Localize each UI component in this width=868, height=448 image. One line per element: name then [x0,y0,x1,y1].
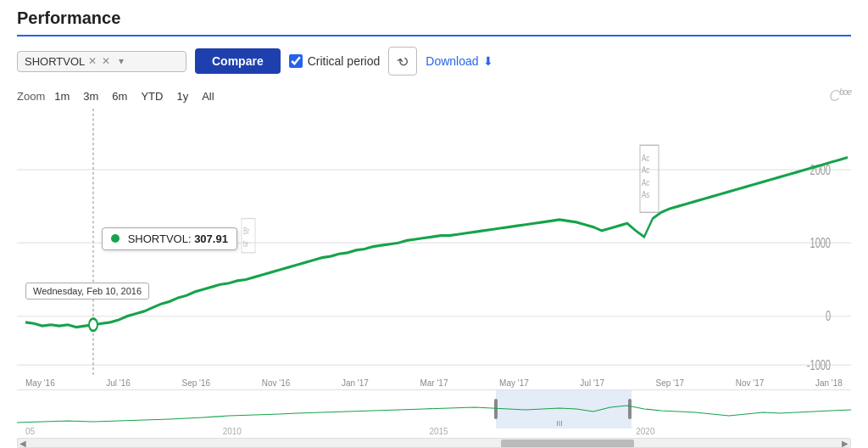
download-button[interactable]: Download ⬇ [426,54,492,68]
section-header: Performance [17,8,851,36]
zoom-3m[interactable]: 3m [79,88,103,104]
mini-x-labels: 05 2010 2015 2020 [17,427,851,436]
main-chart-area: 2000 1000 0 -1000 Ac Ac Ac As Br br SHOR… [17,109,851,389]
x-label-sep17: Sep '17 [656,378,685,388]
zoom-controls: Zoom 1m 3m 6m YTD 1y All Cboe [17,87,851,105]
svg-text:Ac: Ac [642,176,649,188]
zoom-ytd[interactable]: YTD [136,88,167,104]
mini-chart-svg: III [17,390,851,428]
download-icon: ⬇ [483,54,493,68]
critical-period-label[interactable]: Critical period [289,54,381,68]
tooltip-symbol: SHORTVOL: [128,232,195,245]
svg-text:Br: Br [243,227,249,237]
chart-tooltip: SHORTVOL: 307.91 [102,227,237,250]
mini-label-2010: 2010 [223,427,242,436]
svg-text:-1000: -1000 [807,358,831,372]
x-axis-labels: May '16 Jul '16 Sep '16 Nov '16 Jan '17 … [17,378,851,388]
svg-text:Ac: Ac [642,165,649,176]
x-label-nov17: Nov '17 [736,378,765,388]
zoom-label: Zoom [17,90,45,103]
x-label-may16: May '16 [25,378,55,388]
zoom-1m[interactable]: 1m [50,88,74,104]
svg-text:As: As [642,189,649,200]
svg-point-17 [89,319,97,331]
date-label: Wednesday, Feb 10, 2016 [25,283,149,300]
zoom-6m[interactable]: 6m [108,88,131,104]
symbol-tag-label: SHORTVOL [25,55,85,68]
x-label-jan17: Jan '17 [342,378,369,388]
chevron-down-icon[interactable]: ▾ [119,55,124,67]
symbol-tag-close[interactable]: ✕ [88,55,97,67]
svg-text:br: br [243,238,248,249]
x-label-may17: May '17 [499,378,529,388]
download-label: Download [426,54,478,68]
symbol-input[interactable]: SHORTVOL ✕ ✕ ▾ [17,51,186,72]
x-label-jul17: Jul '17 [580,378,604,388]
scrollbar[interactable]: ◀ ▶ [17,438,851,448]
mini-label-2015: 2015 [429,427,448,436]
svg-text:Ac: Ac [642,152,649,163]
svg-text:1000: 1000 [810,236,832,250]
zoom-all[interactable]: All [198,88,218,104]
scroll-right-icon[interactable]: ▶ [842,439,849,448]
mini-chart-area: III 05 2010 2015 2020 [17,389,851,436]
critical-period-checkbox[interactable] [289,54,303,68]
svg-text:0: 0 [826,309,831,323]
svg-rect-19 [494,399,498,419]
mini-label-2020: 2020 [636,427,654,436]
symbol-tag: SHORTVOL ✕ [25,55,97,68]
tooltip-dot [111,234,120,243]
mini-label-05: 05 [25,427,35,436]
scroll-left-icon[interactable]: ◀ [19,439,26,448]
scrollbar-thumb[interactable] [501,440,634,448]
input-clear-icon[interactable]: ✕ [102,55,110,67]
svg-rect-20 [628,399,632,419]
tooltip-value: 307.91 [194,232,228,245]
x-label-nov16: Nov '16 [262,378,291,388]
toolbar: SHORTVOL ✕ ✕ ▾ Compare Critical period ↻… [17,47,851,76]
zoom-1y[interactable]: 1y [172,88,192,104]
critical-period-text: Critical period [308,54,381,68]
x-label-mar17: Mar '17 [420,378,448,388]
x-label-sep16: Sep '16 [181,378,210,388]
x-label-jan18: Jan '18 [815,378,843,388]
compare-button[interactable]: Compare [195,48,281,74]
refresh-icon: ↻ [394,52,412,71]
page-title: Performance [17,8,851,28]
cboe-logo: Cboe [829,87,851,105]
x-label-jul16: Jul '16 [106,378,131,388]
refresh-button[interactable]: ↻ [388,47,417,76]
